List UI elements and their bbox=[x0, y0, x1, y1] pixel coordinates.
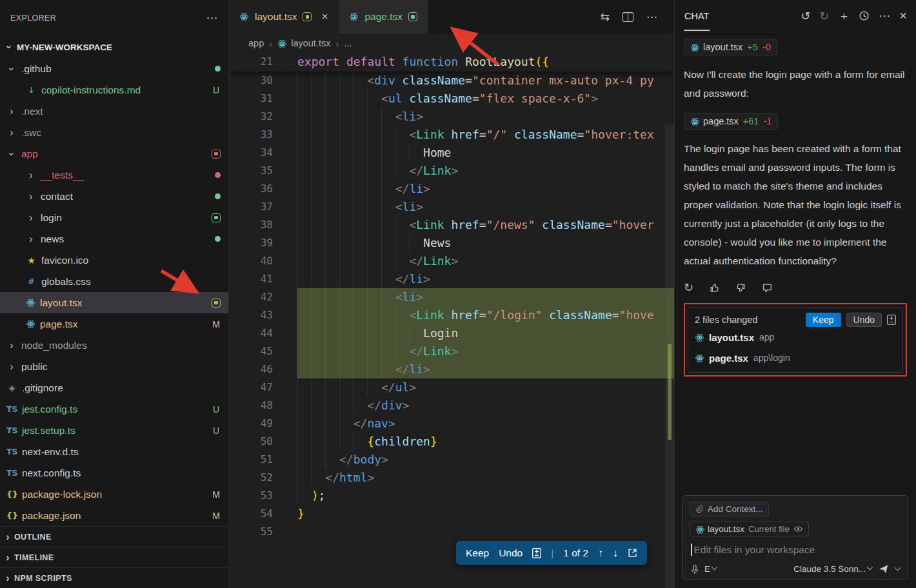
code-line-30[interactable]: 30<div className="container mx-auto px-4… bbox=[229, 72, 674, 90]
code-line-43[interactable]: 43<Link href="/login" className="hove bbox=[229, 306, 674, 324]
attached-file-chip[interactable]: layout.tsx Current file bbox=[690, 522, 809, 536]
explorer-item-next.config.ts[interactable]: TSnext.config.ts bbox=[0, 462, 228, 484]
chat-input[interactable]: Add Context... layout.tsx Current file E… bbox=[682, 495, 908, 580]
thumbs-up-icon[interactable] bbox=[709, 282, 720, 293]
explorer-item-package.json[interactable]: {}package.jsonM bbox=[0, 505, 228, 526]
new-chat-icon[interactable]: ＋ bbox=[838, 8, 850, 24]
explorer-item-contact[interactable]: ›contact bbox=[0, 186, 228, 207]
breadcrumb-file[interactable]: layout.tsx bbox=[291, 38, 330, 48]
thumbs-down-icon[interactable] bbox=[735, 282, 746, 293]
explorer-item-favicon.ico[interactable]: ★favicon.ico bbox=[0, 250, 228, 271]
code-line-37[interactable]: 37<li> bbox=[229, 198, 674, 216]
microphone-icon[interactable] bbox=[690, 564, 700, 574]
code-line-54[interactable]: 54} bbox=[229, 505, 674, 523]
code-line-33[interactable]: 33<Link href="/" className="hover:tex bbox=[229, 126, 674, 144]
explorer-item-login[interactable]: ›login bbox=[0, 207, 228, 228]
explorer-item-news[interactable]: ›news bbox=[0, 228, 228, 250]
code-line-32[interactable]: 32<li> bbox=[229, 108, 674, 126]
explorer-item-__tests__[interactable]: ›__tests__ bbox=[0, 164, 228, 186]
file-diff-chip[interactable]: layout.tsx+5-0 bbox=[684, 39, 777, 55]
chevron-down-icon[interactable] bbox=[895, 565, 901, 571]
code-line-36[interactable]: 36</li> bbox=[229, 180, 674, 198]
explorer-item-copilot-instructions.md[interactable]: ↓copilot-instructions.mdU bbox=[0, 79, 228, 101]
keep-button[interactable]: Keep bbox=[466, 547, 489, 559]
code-line-49[interactable]: 49</nav> bbox=[229, 415, 674, 433]
changed-file-layout.tsx[interactable]: layout.tsxapp bbox=[695, 327, 896, 348]
sidebar-section-npm-scripts[interactable]: ›NPM SCRIPTS bbox=[0, 567, 228, 588]
code-editor[interactable]: 21export default function RootLayout({ 3… bbox=[229, 53, 674, 588]
sticky-scroll-line[interactable]: 21export default function RootLayout({ bbox=[229, 53, 674, 72]
code-line-46[interactable]: 46</li> bbox=[229, 360, 674, 378]
explorer-item-app[interactable]: ›app bbox=[0, 143, 228, 164]
model-picker[interactable]: Claude 3.5 Sonn... bbox=[793, 564, 873, 574]
sidebar-section-timeline[interactable]: ›TIMELINE bbox=[0, 547, 228, 567]
history-icon[interactable] bbox=[859, 10, 870, 21]
retry-icon[interactable]: ↻ bbox=[684, 280, 693, 295]
breadcrumb-folder[interactable]: app bbox=[248, 38, 264, 48]
chat-tab[interactable]: CHAT bbox=[684, 11, 710, 21]
code-line-48[interactable]: 48</div> bbox=[229, 397, 674, 415]
more-actions-icon[interactable]: ⋯ bbox=[646, 10, 657, 24]
code-line-38[interactable]: 38<Link href="/news" className="hover bbox=[229, 216, 674, 234]
explorer-item-page.tsx[interactable]: page.tsxM bbox=[0, 313, 228, 335]
code-line-50[interactable]: 50{children} bbox=[229, 433, 674, 451]
diff-file-icon[interactable] bbox=[532, 548, 541, 558]
workspace-header[interactable]: › MY-NEW-WORKSPACE bbox=[0, 36, 228, 58]
explorer-item-globals.css[interactable]: #globals.css bbox=[0, 271, 228, 292]
explorer-item-.next[interactable]: ›.next bbox=[0, 101, 228, 122]
explorer-item-package-lock.json[interactable]: {}package-lock.jsonM bbox=[0, 484, 228, 505]
view-diff-icon[interactable] bbox=[887, 315, 896, 325]
add-context-button[interactable]: Add Context... bbox=[690, 502, 769, 516]
code-line-35[interactable]: 35</Link> bbox=[229, 162, 674, 180]
explorer-item-node_modules[interactable]: ›node_modules bbox=[0, 335, 228, 356]
keep-all-button[interactable]: Keep bbox=[806, 313, 841, 327]
split-editor-icon[interactable] bbox=[622, 12, 633, 22]
explorer-item-next-env.d.ts[interactable]: TSnext-env.d.ts bbox=[0, 441, 228, 462]
code-line-53[interactable]: 53); bbox=[229, 487, 674, 505]
close-icon[interactable]: × bbox=[899, 8, 907, 23]
ts-icon: TS bbox=[6, 468, 17, 478]
previous-change-icon[interactable]: ↑ bbox=[598, 547, 603, 559]
next-change-icon[interactable]: ↓ bbox=[613, 547, 618, 559]
explorer-item-public[interactable]: ›public bbox=[0, 356, 228, 377]
eye-icon[interactable] bbox=[793, 524, 803, 534]
code-line-52[interactable]: 52</html> bbox=[229, 469, 674, 487]
explorer-item-jest.setup.ts[interactable]: TSjest.setup.tsU bbox=[0, 420, 228, 441]
code-line-55[interactable]: 55 bbox=[229, 523, 674, 541]
more-actions-icon[interactable]: ⋯ bbox=[206, 11, 218, 25]
breadcrumb-symbol[interactable]: ... bbox=[344, 38, 352, 48]
chat-text-input[interactable]: Edit files in your workspace bbox=[691, 544, 900, 556]
undo-all-button[interactable]: Undo bbox=[846, 313, 882, 327]
explorer-item-.gitignore[interactable]: ◈.gitignore bbox=[0, 377, 228, 398]
send-icon[interactable] bbox=[878, 564, 889, 574]
explorer-item-layout.tsx[interactable]: layout.tsx bbox=[0, 292, 228, 313]
code-line-44[interactable]: 44Login bbox=[229, 324, 674, 342]
code-line-39[interactable]: 39News bbox=[229, 234, 674, 252]
code-line-40[interactable]: 40</Link> bbox=[229, 252, 674, 270]
code-line-51[interactable]: 51</body> bbox=[229, 451, 674, 469]
undo-button[interactable]: Undo bbox=[499, 547, 523, 559]
breadcrumb[interactable]: app › layout.tsx › ... bbox=[229, 34, 674, 53]
open-changes-icon[interactable] bbox=[628, 548, 637, 558]
code-line-31[interactable]: 31<ul className="flex space-x-6"> bbox=[229, 90, 674, 108]
changed-file-page.tsx[interactable]: page.tsxapp\login bbox=[695, 348, 896, 368]
mode-picker[interactable]: E bbox=[704, 564, 718, 574]
sidebar-section-outline[interactable]: ›OUTLINE bbox=[0, 526, 228, 547]
explorer-item-.github[interactable]: ›.github bbox=[0, 58, 228, 79]
code-line-47[interactable]: 47</ul> bbox=[229, 378, 674, 397]
code-line-42[interactable]: 42<li> bbox=[229, 288, 674, 306]
tab-page.tsx[interactable]: page.tsx bbox=[339, 0, 428, 34]
explorer-item-jest.config.ts[interactable]: TSjest.config.tsU bbox=[0, 398, 228, 420]
code-line-34[interactable]: 34Home bbox=[229, 144, 674, 162]
redo-icon[interactable]: ↻ bbox=[819, 9, 829, 23]
tab-layout.tsx[interactable]: layout.tsx× bbox=[229, 0, 339, 34]
open-changes-icon[interactable]: ⇆ bbox=[601, 10, 610, 24]
close-icon[interactable]: × bbox=[321, 10, 328, 23]
undo-icon[interactable]: ↺ bbox=[801, 9, 810, 23]
explorer-item-.swc[interactable]: ›.swc bbox=[0, 122, 228, 143]
code-line-45[interactable]: 45</Link> bbox=[229, 342, 674, 360]
comment-icon[interactable] bbox=[762, 282, 773, 293]
file-diff-chip[interactable]: page.tsx+61-1 bbox=[684, 113, 778, 130]
more-actions-icon[interactable]: ⋯ bbox=[879, 9, 890, 23]
code-line-41[interactable]: 41</li> bbox=[229, 270, 674, 288]
